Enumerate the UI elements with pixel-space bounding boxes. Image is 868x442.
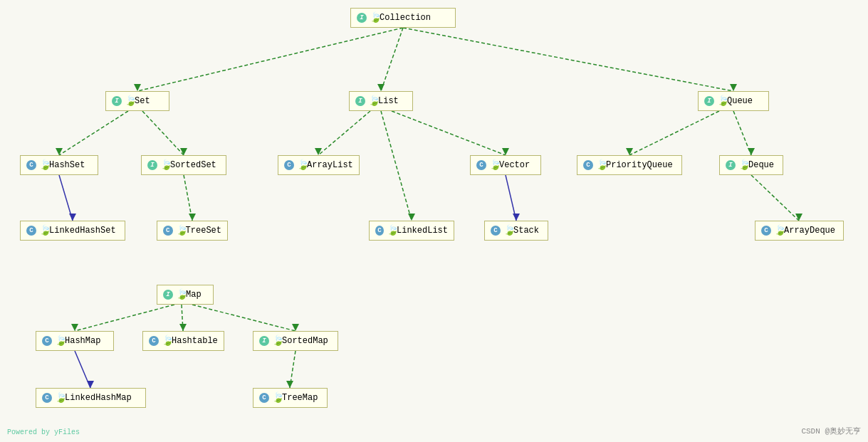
icon-class-treeset: C bbox=[163, 226, 173, 236]
icon-class-linkedhashmap: C bbox=[42, 393, 52, 403]
svg-line-6 bbox=[59, 111, 128, 155]
svg-marker-1 bbox=[134, 84, 141, 91]
svg-line-0 bbox=[137, 28, 403, 91]
svg-marker-3 bbox=[377, 84, 385, 91]
svg-line-30 bbox=[182, 305, 183, 331]
icon-class-linkedlist: C bbox=[375, 226, 384, 236]
svg-line-34 bbox=[75, 351, 90, 388]
label-queue: Queue bbox=[727, 96, 753, 106]
svg-line-12 bbox=[381, 111, 412, 221]
icon-class-hashtable: C bbox=[149, 336, 159, 346]
label-map: Map bbox=[186, 290, 202, 300]
label-set: Set bbox=[135, 96, 150, 106]
label-deque: Deque bbox=[748, 160, 774, 170]
label-treeset: TreeSet bbox=[186, 226, 221, 236]
svg-marker-13 bbox=[408, 214, 415, 221]
svg-marker-19 bbox=[748, 148, 755, 155]
label-linkedlist: LinkedList bbox=[397, 226, 448, 236]
node-treemap: C 🍃 TreeMap bbox=[253, 388, 328, 408]
svg-marker-11 bbox=[315, 148, 322, 155]
node-hashset: C 🍃 HashSet bbox=[20, 155, 98, 175]
node-stack: C 🍃 Stack bbox=[484, 221, 548, 241]
icon-class-arraylist: C bbox=[284, 160, 294, 170]
label-arraylist: ArrayList bbox=[307, 160, 353, 170]
svg-line-24 bbox=[506, 175, 516, 221]
node-hashmap: C 🍃 HashMap bbox=[36, 331, 114, 351]
label-treemap: TreeMap bbox=[282, 393, 318, 403]
svg-marker-15 bbox=[502, 148, 509, 155]
icon-interface-set: I bbox=[112, 96, 122, 106]
icon-class-stack: C bbox=[491, 226, 501, 236]
label-hashset: HashSet bbox=[49, 160, 85, 170]
node-linkedlist: C 🍃 LinkedList bbox=[369, 221, 454, 241]
label-stack: Stack bbox=[513, 226, 539, 236]
icon-class-hashset: C bbox=[26, 160, 36, 170]
svg-marker-29 bbox=[71, 324, 78, 331]
node-hashtable: C 🍃 Hashtable bbox=[142, 331, 224, 351]
node-linkedhashset: C 🍃 LinkedHashSet bbox=[20, 221, 125, 241]
label-sortedmap: SortedMap bbox=[282, 336, 328, 346]
label-collection: Collection bbox=[380, 13, 431, 23]
icon-class-treemap: C bbox=[259, 393, 269, 403]
label-list: List bbox=[378, 96, 399, 106]
node-vector: C 🍃 Vector bbox=[470, 155, 541, 175]
svg-marker-27 bbox=[795, 214, 802, 221]
svg-marker-23 bbox=[189, 214, 196, 221]
svg-marker-33 bbox=[292, 324, 299, 331]
node-sortedset: I 🍃 SortedSet bbox=[141, 155, 226, 175]
icon-interface-deque: I bbox=[726, 160, 736, 170]
label-priorityqueue: PriorityQueue bbox=[606, 160, 673, 170]
svg-line-8 bbox=[142, 111, 184, 155]
node-set: I 🍃 Set bbox=[105, 91, 169, 111]
svg-marker-35 bbox=[87, 381, 94, 388]
icon-class-vector: C bbox=[476, 160, 486, 170]
node-arraylist: C 🍃 ArrayList bbox=[278, 155, 360, 175]
svg-marker-17 bbox=[626, 148, 633, 155]
node-deque: I 🍃 Deque bbox=[719, 155, 783, 175]
node-arraydeque: C 🍃 ArrayDeque bbox=[755, 221, 844, 241]
watermark: CSDN @奥妙无亨 bbox=[801, 426, 861, 436]
svg-line-22 bbox=[184, 175, 192, 221]
label-hashtable: Hashtable bbox=[172, 336, 218, 346]
svg-line-16 bbox=[629, 111, 719, 155]
icon-class-hashmap: C bbox=[42, 336, 52, 346]
svg-marker-37 bbox=[286, 381, 293, 388]
svg-marker-31 bbox=[179, 324, 187, 331]
svg-marker-25 bbox=[513, 214, 520, 221]
powered-by: Powered by yFiles bbox=[7, 428, 80, 436]
svg-marker-21 bbox=[69, 214, 76, 221]
node-collection: I 🍃 Collection bbox=[350, 8, 456, 28]
icon-class-priorityqueue: C bbox=[583, 160, 593, 170]
svg-line-20 bbox=[59, 175, 73, 221]
label-linkedhashmap: LinkedHashMap bbox=[65, 393, 132, 403]
node-priorityqueue: C 🍃 PriorityQueue bbox=[577, 155, 682, 175]
icon-interface-list: I bbox=[355, 96, 365, 106]
icon-interface-collection: I bbox=[357, 13, 367, 23]
svg-marker-5 bbox=[730, 84, 737, 91]
label-vector: Vector bbox=[499, 160, 530, 170]
node-treeset: C 🍃 TreeSet bbox=[157, 221, 228, 241]
node-map: I 🍃 Map bbox=[157, 285, 214, 305]
svg-line-2 bbox=[381, 28, 403, 91]
svg-line-4 bbox=[403, 28, 733, 91]
svg-marker-9 bbox=[180, 148, 187, 155]
diagram-container: I 🍃 Collection I 🍃 Set I 🍃 List I 🍃 Queu… bbox=[0, 0, 868, 442]
svg-line-32 bbox=[192, 305, 296, 331]
svg-line-18 bbox=[733, 111, 751, 155]
node-list: I 🍃 List bbox=[349, 91, 413, 111]
svg-line-26 bbox=[751, 175, 799, 221]
label-arraydeque: ArrayDeque bbox=[784, 226, 835, 236]
icon-interface-sortedmap: I bbox=[259, 336, 269, 346]
label-linkedhashset: LinkedHashSet bbox=[49, 226, 116, 236]
label-sortedset: SortedSet bbox=[170, 160, 216, 170]
node-linkedhashmap: C 🍃 LinkedHashMap bbox=[36, 388, 146, 408]
icon-class-linkedhashset: C bbox=[26, 226, 36, 236]
svg-line-14 bbox=[392, 111, 506, 155]
icon-interface-sortedset: I bbox=[147, 160, 157, 170]
icon-interface-map: I bbox=[163, 290, 173, 300]
node-sortedmap: I 🍃 SortedMap bbox=[253, 331, 338, 351]
icon-class-arraydeque: C bbox=[761, 226, 771, 236]
label-hashmap: HashMap bbox=[65, 336, 100, 346]
icon-interface-queue: I bbox=[704, 96, 714, 106]
node-queue: I 🍃 Queue bbox=[698, 91, 769, 111]
